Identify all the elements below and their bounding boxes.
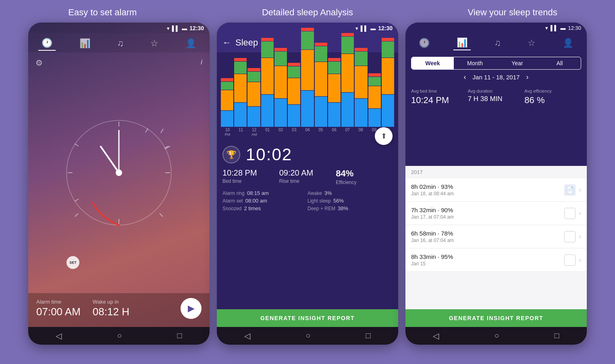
list-item-2[interactable]: 6h 58min · 78% Jan 16, at 07:04 am › [405,225,587,248]
signal-icon2: ▌▌ [361,25,368,31]
efficiency-block: 84% Efficiency [336,168,393,185]
xlabel-0: 10PM [221,128,234,136]
phone1-nav-bottom: ◁ ○ □ [28,327,210,345]
list-year: 2017 [405,166,587,178]
bar-group-9 [341,33,354,127]
detail-row-3: Light sleep 56% [308,198,393,204]
date-nav: ‹ Jan 11 - 18, 2017 › [405,73,587,81]
avg-stats: Avg bed time 10:24 PM Avg duration 7 H 3… [405,85,587,111]
phone3-nav-star[interactable]: ☆ [524,36,539,50]
list-item-3[interactable]: 8h 33min · 95% Jan 15 › [405,248,587,272]
back-button[interactable]: ← [222,37,231,48]
home-nav-btn[interactable]: ○ [117,331,122,341]
phone1-nav: 🕐 📊 ♫ ☆ 👤 [28,33,210,52]
sleep-duration: 10:02 [246,145,292,164]
next-date-btn[interactable]: › [526,73,528,81]
clock-svg [60,114,177,231]
recent-nav-btn[interactable]: □ [177,331,182,341]
nav-tab-person[interactable]: 👤 [182,37,199,50]
battery-icon2: ▬ [370,25,376,31]
prev-date-btn[interactable]: ‹ [464,73,466,81]
xlabel-8: 06 [328,128,341,136]
signal-icon3: ▌▌ [551,25,558,31]
phone3-generate-btn[interactable]: GENERATE INSIGHT REPORT [405,309,587,327]
chart-bars [221,56,394,127]
xlabel-5: 03 [287,128,301,136]
set-alarm-button[interactable]: SET [66,256,79,269]
svg-line-8 [161,129,163,133]
bar-group-3 [261,38,274,127]
xlabel-7: 05 [314,128,328,136]
detail-row-5: Deep + REM 38% [308,205,393,211]
list-item-sub-2: Jan 16, at 07:04 am [411,238,561,243]
times-row: 10:28 PM Bed time 09:20 AM Rise time 84%… [222,168,393,185]
sleep-list: 2017 8h 02min · 93% Jan 18, at 08:44 am … [405,166,587,309]
alarm-info: Alarm time 07:00 AM Wake up in 08:12 H [36,299,129,318]
clock-container: SET [28,52,210,293]
nav-tab-stats[interactable]: 📊 [76,37,93,50]
list-item-0[interactable]: 8h 02min · 93% Jan 18, at 08:44 am 📄 › [405,178,587,202]
nav-tab-star[interactable]: ☆ [147,37,162,50]
list-item-icon-2 [564,231,576,242]
list-item-arrow-0: › [579,186,581,194]
home-nav-btn3[interactable]: ○ [494,331,499,341]
phone3-label: View your sleep trends [410,7,615,18]
back-nav-btn3[interactable]: ◁ [433,331,439,341]
avg-dur-stat: Avg duration 7 H 38 MIN [468,89,525,105]
nav-tab-clock[interactable]: 🕐 [38,36,56,51]
bar-group-4 [274,48,287,127]
share-button[interactable]: ⬆ [375,127,393,145]
period-tab-year[interactable]: Year [496,57,538,69]
period-tab-all[interactable]: All [538,57,581,69]
bar-group-6 [301,28,314,127]
list-item-main-3: 8h 33min · 95% [411,253,561,260]
phone3-nav-stats[interactable]: 📊 [453,36,471,50]
detail-row-2: Alarm set 08:00 am [222,198,308,204]
period-tab-month[interactable]: Month [454,57,496,69]
xlabel-9: 07 [341,128,354,136]
list-item-sub-1: Jan 17, at 07:04 am [411,214,561,220]
svg-line-11 [160,213,163,217]
list-item-info-0: 8h 02min · 93% Jan 18, at 08:44 am [411,183,561,196]
bar-group-8 [328,58,341,127]
svg-line-13 [101,147,119,173]
generate-btn[interactable]: GENERATE INSIGHT REPORT [217,309,398,327]
bed-time-block: 10:28 PM Bed time [222,168,279,185]
bar-group-12 [382,38,394,127]
phone3-nav-music[interactable]: ♫ [491,36,504,50]
back-nav-btn2[interactable]: ◁ [244,331,250,341]
svg-line-5 [145,128,148,132]
svg-point-15 [116,170,122,176]
list-item-info-2: 6h 58min · 78% Jan 16, at 07:04 am [411,230,561,243]
wifi-icon3: ▾ [545,25,548,31]
period-tabs: WeekMonthYearAll [411,57,581,70]
wake-label: Wake up in [93,299,129,305]
list-item-arrow-1: › [579,209,581,217]
battery-icon: ▬ [182,25,187,31]
phone3-nav: 🕐 📊 ♫ ☆ 👤 [405,33,587,52]
phone1-status-bar: ▾ ▌▌ ▬ 12:30 [28,23,210,33]
svg-line-10 [75,144,79,146]
alarm-time-value: 07:00 AM [36,306,81,318]
period-tab-week[interactable]: Week [411,57,454,69]
recent-nav-btn3[interactable]: □ [554,331,559,341]
home-nav-btn2[interactable]: ○ [305,331,310,341]
xlabel-4: 02 [274,128,287,136]
nav-tab-music[interactable]: ♫ [114,37,127,50]
detail-row-0: Alarm ring 08:15 am [222,190,308,196]
bar-group-5 [288,63,300,127]
battery-icon3: ▬ [560,25,565,31]
list-item-1[interactable]: 7h 32min · 90% Jan 17, at 07:04 am › [405,202,587,225]
bar-group-1 [234,58,247,127]
play-button[interactable]: ▶ [181,298,202,319]
xlabel-6: 04 [301,128,314,136]
signal-icon: ▌▌ [172,25,179,31]
recent-nav-btn2[interactable]: □ [366,331,370,341]
back-nav-btn[interactable]: ◁ [56,331,62,341]
avg-dur-value: 7 H 38 MIN [468,95,525,103]
list-item-info-1: 7h 32min · 90% Jan 17, at 07:04 am [411,207,561,220]
phone3-nav-clock[interactable]: 🕐 [416,36,433,50]
detail-row-1: Awake 3% [308,190,393,196]
phone3-nav-person[interactable]: 👤 [559,36,577,50]
avg-eff-stat: Avg efficiency 86 % [524,89,581,105]
